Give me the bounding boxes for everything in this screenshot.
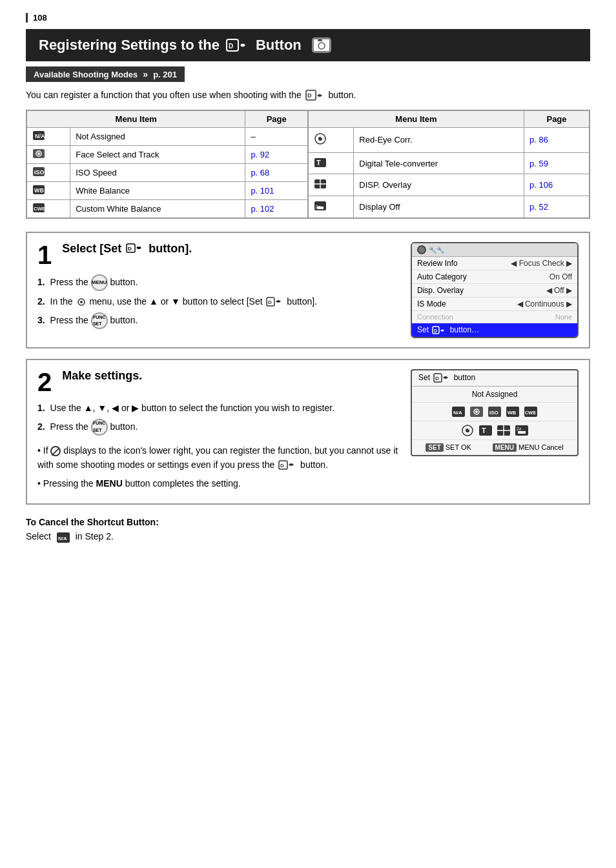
func-set-icon2: FUNCSET [91,419,108,436]
col-header-menu-item-left: Menu Item [27,111,245,128]
menu-cancel-label: MENU Cancel [518,443,564,451]
menu-table-container: Menu Item Page N/A Not Assigned – Face S… [26,110,590,219]
cam-row-autocat: Auto Category On Off [412,270,577,284]
step2-inst-2: 2. Press the FUNCSET button. [37,419,400,436]
set-icon-displayoff: 2z [515,425,529,436]
step2-bullets: • If displays to the icon's lower right,… [37,443,400,490]
step1-screenshot: 🔧🔧 Review Info ◀ Focus Check ▶ Auto Cate… [411,242,579,338]
set-icon-cwb: CWB [524,406,538,418]
table-row: CWB Custom White Balance p. 102 [27,200,308,218]
page-disp: p. 106 [524,174,590,196]
label-iso: ISO Speed [70,164,245,182]
svg-text:T: T [316,159,321,167]
cam-label-disp: Disp. Overlay [417,286,464,295]
double-arrow-icon: » [143,69,148,79]
svg-point-12 [37,152,40,155]
page-iso: p. 68 [245,164,308,182]
set-icon-iso: ISO [488,406,502,418]
step2-instructions: 1. Use the ▲, ▼, ◀ or ▶ button to select… [37,401,400,436]
shooting-modes-page: p. 201 [153,70,177,79]
svg-text:N/A: N/A [453,410,462,416]
cam-highlighted-set: Set D button… [412,323,577,337]
label-digital-tele: Digital Tele-converter [354,152,524,174]
menu-table-right: Menu Item Page Red-Eye Corr. p. 86 T Dig… [308,110,590,218]
shooting-modes-bar: Available Shooting Modes » p. 201 [26,66,185,82]
menu-bold: MENU [96,478,123,489]
svg-text:WB: WB [508,410,517,416]
svg-text:2z: 2z [517,427,522,431]
cancel-text: Select N/A in Step 2. [26,529,590,543]
shooting-modes-container: Available Shooting Modes » p. 201 [26,66,590,82]
step1-number: 1 [37,242,52,268]
svg-rect-5 [318,39,322,41]
svg-text:T: T [482,427,486,434]
menu-cancel-button: MENU MENU Cancel [493,443,564,452]
step1-instructions: 1. Press the MENU button. 2. In the menu… [37,274,400,329]
no-symbol-icon [50,446,61,456]
svg-text:D: D [128,246,132,252]
step2-number: 2 [37,369,52,395]
cam-row-ismode: IS Mode ◀ Continuous ▶ [412,298,577,311]
col-header-page-left: Page [245,111,308,128]
cam-row-conn: Connection None [412,311,577,323]
icon-face-select [27,146,70,164]
step1-cam-ui: 🔧🔧 Review Info ◀ Focus Check ▶ Auto Cate… [411,242,579,338]
svg-text:CWB: CWB [525,410,536,415]
shortcut-btn-bullet-icon: D [278,460,296,472]
icon-iso: ISO [27,164,70,182]
step1-text: 1 Select [Set D button]. 1. Press the ME… [37,242,400,338]
label-display-off: Display Off [354,196,524,218]
svg-text:D: D [268,299,272,305]
shortcut-button-icon: D [226,38,249,52]
svg-text:N/A: N/A [35,133,45,139]
cancel-notassign-icon: N/A [56,532,70,543]
title-button-label: Button [256,37,302,54]
svg-point-55 [468,429,469,430]
camera-menu-icon [76,298,87,307]
cancel-section: To Cancel the Shortcut Button: Select N/… [26,515,590,544]
cam-row-disp: Disp. Overlay ◀ Off ▶ [412,284,577,298]
icon-not-assigned: N/A [27,128,70,146]
icon-cwb: CWB [27,200,70,218]
table-row: WB White Balance p. 101 [27,182,308,200]
set-icons-row2: T 2z [412,421,577,440]
icon-disp [309,174,354,196]
set-icon-facetrack [469,406,484,418]
svg-text:D: D [435,376,439,381]
svg-text:CWB: CWB [34,206,45,212]
bullet-1: • If displays to the icon's lower right,… [37,443,400,472]
label-redeye: Red-Eye Corr. [354,128,524,153]
label-wb: White Balance [70,182,245,200]
icon-display-off: 2z [309,196,354,218]
page-redeye: p. 86 [524,128,590,153]
set-ok-label: SET OK [446,443,471,451]
set-label-box: SET [426,443,443,452]
label-not-assigned: Not Assigned [70,128,245,146]
svg-text:D: D [229,43,233,50]
step1-inst-2: 2. In the menu, use the ▲ or ▼ button to… [37,295,400,308]
step2-content: 2 Make settings. 1. Use the ▲, ▼, ◀ or ▶… [37,369,579,494]
page-cwb: p. 102 [245,200,308,218]
set-footer: SET SET OK MENU MENU Cancel [412,440,577,455]
icon-redeye [309,128,354,153]
step1-content: 1 Select [Set D button]. 1. Press the ME… [37,242,579,338]
svg-text:D: D [307,92,312,99]
table-row: Face Select and Track p. 92 [27,146,308,164]
set-ok-button: SET SET OK [426,443,471,452]
shortcut-set-icon: D [433,373,450,383]
col-header-menu-item-right: Menu Item [309,111,524,128]
menu-label-box: MENU [493,443,517,452]
step2-text: 2 Make settings. 1. Use the ▲, ▼, ◀ or ▶… [37,369,400,494]
step1-header: 1 Select [Set D button]. [37,242,400,268]
cam-value-autocat: On Off [549,272,572,281]
table-row: 2z Display Off p. 52 [309,196,590,218]
label-face-select: Face Select and Track [70,146,245,164]
cam-value-disp: ◀ Off ▶ [546,286,572,295]
svg-point-46 [475,410,478,413]
menu-table-left: Menu Item Page N/A Not Assigned – Face S… [26,110,308,218]
label-disp: DISP. Overlay [354,174,524,196]
table-row: ISO ISO Speed p. 68 [27,164,308,182]
set-icon-wb: WB [506,406,520,418]
step2-section: 2 Make settings. 1. Use the ▲, ▼, ◀ or ▶… [26,359,590,505]
svg-rect-63 [518,431,526,434]
